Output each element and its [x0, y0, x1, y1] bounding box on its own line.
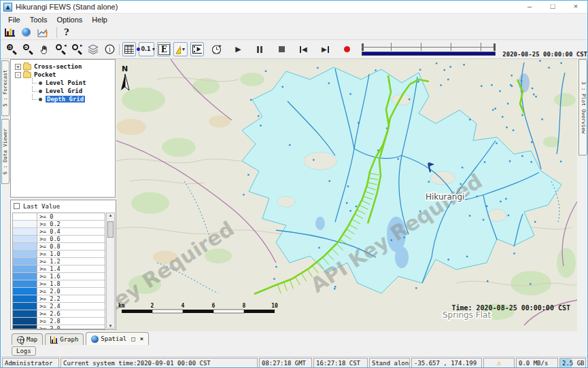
skip-to-start-button[interactable]: ◀ [296, 42, 310, 56]
toolbar-separator [56, 27, 57, 38]
close-button[interactable]: × [564, 1, 587, 13]
menu-tools[interactable]: Tools [25, 15, 52, 24]
legend-row: >= 0.8 [13, 243, 105, 251]
minimize-button[interactable]: – [518, 1, 541, 13]
zoom-in-button[interactable]: + [5, 42, 18, 56]
legend-scrollbar[interactable]: ▲ ▼ [106, 213, 115, 329]
warning-triangle-icon: ! [175, 45, 180, 54]
time-slider[interactable] [362, 43, 496, 56]
time-span-bar[interactable] [362, 52, 496, 56]
svg-text:N: N [122, 65, 128, 73]
legend-label: >= 1.8 [37, 280, 105, 288]
legend-row: >= 2.6 [13, 310, 105, 318]
place-label-springs-flat: Springs Flat [443, 310, 491, 320]
status-coordinates: -35.657 , 174.199 [411, 358, 482, 368]
editor-button[interactable]: E [157, 42, 171, 56]
scroll-up-icon[interactable]: ▲ [109, 213, 113, 217]
play-button[interactable]: ▶ [231, 42, 245, 56]
scroll-down-icon[interactable]: ▼ [109, 324, 113, 328]
svg-text:2: 2 [151, 303, 154, 309]
menu-options[interactable]: Options [52, 15, 87, 24]
tree-connector [32, 78, 37, 84]
animation-settings-icon[interactable] [209, 42, 223, 56]
logs-button[interactable]: Logs [12, 346, 36, 356]
legend-label: >= 2.4 [37, 303, 105, 310]
tab-data-viewer[interactable]: 6 : Data Viewer [1, 119, 10, 184]
pan-hand-icon[interactable] [37, 42, 51, 56]
globe-icon [91, 335, 99, 343]
status-warning-icon[interactable]: ⚠ [483, 358, 515, 368]
pause-button[interactable] [253, 42, 266, 56]
legend-label: >= 1.6 [37, 273, 105, 280]
tree-item-pocket[interactable]: - Pocket [11, 71, 115, 79]
status-gmt-time: 08:27:18 GMT [259, 358, 312, 368]
tree-item-level-point[interactable]: Level Point [11, 79, 115, 87]
data-viewer-panel: + Cross-section - Pocket Level Point [10, 59, 116, 331]
skip-to-end-button[interactable]: ▶ [318, 42, 332, 56]
title-bar[interactable]: ▲ Hikurangi FEWS (Stand alone) – □ × [1, 1, 587, 14]
svg-text:km: km [118, 303, 125, 309]
tab-close-icon[interactable]: × [140, 335, 143, 342]
last-value-checkbox[interactable] [14, 203, 20, 209]
layers-icon[interactable] [86, 42, 100, 56]
status-system-time: Current system time:2020-09-01 00:00 CST [60, 358, 258, 368]
legend-label: >= 2.6 [37, 310, 105, 318]
tab-graph[interactable]: Graph [45, 333, 84, 345]
collapse-icon[interactable]: - [15, 72, 21, 78]
info-icon[interactable]: i [103, 42, 116, 56]
tab-plot-overview[interactable]: 3 : Plot Overview [578, 59, 587, 155]
legend-row: >= 2.2 [13, 295, 105, 303]
scroll-thumb[interactable] [107, 221, 114, 238]
tab-map[interactable]: Map [12, 333, 43, 345]
legend-row: >= 0 [13, 213, 105, 221]
help-icon[interactable]: ? [64, 27, 69, 37]
tab-spatial[interactable]: Spatial □ × [86, 332, 149, 345]
legend-panel: Last Value >= 0>= 0.2>= 0.4>= 0.6>= 0.8>… [10, 200, 116, 330]
status-memory: 2.5 GB [559, 358, 586, 368]
warning-dropdown[interactable]: !▼ [173, 42, 188, 56]
maximize-button[interactable]: □ [541, 1, 564, 13]
movie-button[interactable] [190, 42, 204, 56]
expand-icon[interactable]: + [15, 64, 21, 70]
legend-row: >= 2.8 [13, 318, 105, 325]
statistics-icon[interactable] [5, 29, 15, 37]
bullet-icon [39, 90, 42, 93]
tab-maximize-icon[interactable]: □ [131, 335, 135, 342]
legend-label: >= 1.2 [37, 258, 105, 265]
zoom-next-button[interactable]: ▸ [70, 42, 84, 56]
right-tab-strip: 3 : Plot Overview [577, 59, 588, 331]
status-bar: Administrator Current system time:2020-0… [1, 356, 587, 368]
zoom-out-button[interactable]: - [21, 42, 35, 56]
spatial-map[interactable]: API Key Required API Key Required Hikura… [116, 59, 577, 331]
tree-item-cross-section[interactable]: + Cross-section [11, 62, 115, 71]
legend-label: >= 2.0 [37, 288, 105, 295]
globe-wire-icon [17, 336, 24, 344]
record-button[interactable] [340, 42, 353, 56]
status-mode: Stand alone [369, 358, 410, 368]
tree-item-depth-grid[interactable]: Depth Grid [11, 95, 115, 103]
tab-forecast[interactable]: 5 : Forecast [1, 60, 10, 116]
zoom-previous-button[interactable]: ◂ [54, 42, 67, 56]
menu-bar: File Tools Options Help [1, 14, 587, 25]
legend-label: >= 0.4 [37, 228, 105, 236]
stop-button[interactable] [275, 42, 288, 56]
classbreak-dropdown[interactable]: 0.1▼ [139, 42, 155, 56]
app-window: ▲ Hikurangi FEWS (Stand alone) – □ × Fil… [0, 0, 588, 368]
menu-help[interactable]: Help [87, 15, 112, 24]
menu-file[interactable]: File [3, 15, 25, 24]
last-value-label: Last Value [23, 203, 60, 210]
main-toolbar: ? [1, 25, 587, 40]
legend-row: >= 0.2 [13, 221, 105, 228]
legend-label: >= 0.6 [37, 236, 105, 243]
timeseries-icon[interactable] [37, 27, 50, 38]
legend-swatch [13, 251, 37, 258]
grid-display-button[interactable] [122, 42, 136, 56]
legend-row: >= 0.4 [13, 228, 105, 236]
legend-swatch [13, 325, 37, 329]
map-display-icon[interactable] [22, 28, 31, 37]
toolbar-separator [119, 44, 120, 55]
legend-swatch [13, 228, 37, 236]
legend-row: >= 3.0 [13, 325, 105, 329]
threshold-value: 0.1 [141, 46, 150, 52]
tree-item-level-grid[interactable]: Level Grid [11, 87, 115, 95]
